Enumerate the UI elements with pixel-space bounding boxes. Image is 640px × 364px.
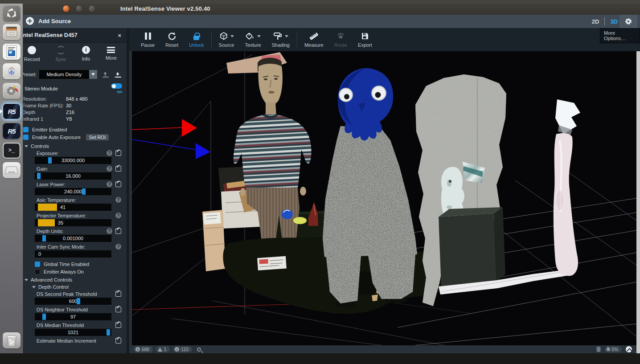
window-minimize-button[interactable] <box>75 5 83 12</box>
slider-handle[interactable] <box>82 188 86 195</box>
tab-2d[interactable]: 2D <box>592 18 599 25</box>
depth-control-header[interactable]: Depth Control <box>16 283 127 290</box>
source-button[interactable]: Source <box>213 32 240 48</box>
edit-icon[interactable] <box>115 291 121 297</box>
trash-icon[interactable] <box>3 332 21 348</box>
ubuntu-dash-icon[interactable] <box>3 5 21 21</box>
help-icon[interactable]: ? <box>107 228 112 234</box>
system-settings-icon[interactable] <box>3 83 21 99</box>
search-icon[interactable] <box>197 348 201 352</box>
3d-pointcloud-scene <box>132 51 636 345</box>
control-label: Inter Cam Sync Mode: <box>37 244 85 249</box>
checkbox-checked-icon[interactable] <box>35 262 40 267</box>
sync-button[interactable]: Sync <box>55 46 66 67</box>
preset-dropdown[interactable]: Medium Density <box>39 70 97 79</box>
pause-button[interactable]: Pause <box>135 32 160 48</box>
gain-slider[interactable]: 16.000 <box>35 172 111 180</box>
edit-icon[interactable] <box>115 166 121 172</box>
preset-caret[interactable] <box>89 70 97 79</box>
control-label: Laser Power: <box>37 182 66 187</box>
info-button[interactable]: i Info <box>82 46 90 67</box>
libreoffice-icon[interactable] <box>3 44 21 60</box>
laser-power-slider[interactable]: 240.000 <box>35 188 111 195</box>
emitter-always-on-row[interactable]: Emitter Always On <box>35 268 127 275</box>
window-close-button[interactable] <box>62 5 70 12</box>
ds-second-peak-slider[interactable]: 600 <box>35 298 111 305</box>
slider-handle[interactable] <box>42 314 46 320</box>
shading-button[interactable]: Shading <box>267 32 295 48</box>
more-button[interactable]: More <box>106 46 117 67</box>
checkbox-checked-icon[interactable] <box>23 135 29 140</box>
control-label: Projector Temperature: <box>37 213 86 218</box>
help-icon[interactable]: ? <box>107 150 112 156</box>
advanced-controls-header[interactable]: Advanced Controls <box>16 276 127 283</box>
ubuntu-software-icon[interactable] <box>3 63 21 79</box>
realsense-viewer-icon[interactable]: R5 <box>3 103 21 119</box>
global-time-row[interactable]: Global Time Enabled <box>35 260 127 268</box>
window-maximize-button[interactable] <box>88 5 96 12</box>
upload-preset-icon[interactable] <box>103 72 109 78</box>
humidity-badge: 5% <box>605 346 622 352</box>
reset-button[interactable]: Reset <box>160 32 184 48</box>
window-titlebar[interactable]: Intel RealSense Viewer v2.50.40 <box>0 4 640 15</box>
ds-neighbor-slider[interactable]: 97 <box>35 313 111 320</box>
more-options-button[interactable] <box>619 15 637 28</box>
auto-exposure-row[interactable]: Enable Auto Exposure Set ROI <box>23 133 127 141</box>
window-title: Intel RealSense Viewer v2.50.40 <box>120 5 210 12</box>
3d-viewport[interactable] <box>132 51 636 345</box>
slider-handle[interactable] <box>77 298 80 304</box>
device-close-button[interactable]: × <box>118 32 121 39</box>
help-icon[interactable]: ? <box>115 213 121 218</box>
errors-badge[interactable]: × 688 <box>134 346 153 352</box>
record-button[interactable]: Record <box>24 46 40 67</box>
set-roi-button[interactable]: Set ROI <box>86 134 109 140</box>
device-actions: Record Sync i Info More <box>16 43 127 67</box>
stereo-module-row[interactable]: Stereo Module on <box>16 82 127 95</box>
terminal-icon[interactable]: >_ <box>3 143 21 159</box>
help-icon[interactable]: ? <box>115 244 121 249</box>
messages-badge[interactable]: i 123 <box>173 346 192 352</box>
device-panel-header[interactable]: Intel RealSense D457 × <box>16 28 127 43</box>
exposure-slider[interactable]: 33000.000 <box>35 157 111 164</box>
checkbox-checked-icon[interactable] <box>23 127 29 132</box>
tab-3d[interactable]: 3D <box>610 18 618 25</box>
download-preset-icon[interactable] <box>115 72 121 78</box>
slider-handle[interactable] <box>42 235 46 241</box>
slider-handle[interactable] <box>48 157 52 164</box>
edit-icon[interactable] <box>115 307 121 312</box>
measure-button[interactable]: Measure <box>299 32 329 48</box>
route-button[interactable]: Route <box>329 32 353 48</box>
slider-handle[interactable] <box>37 173 41 179</box>
app-header-bar: Add Source 2D 3D <box>16 15 640 28</box>
inter-cam-sync-input[interactable]: 0 <box>35 250 111 258</box>
slider-handle[interactable] <box>107 329 110 335</box>
collapse-statusbar-button[interactable] <box>626 346 632 352</box>
help-icon[interactable]: ? <box>107 166 112 172</box>
ds-median-slider[interactable]: 1021 <box>35 329 111 336</box>
depth-units-slider[interactable]: 0.001000 <box>35 235 111 242</box>
controls-section-header[interactable]: Controls <box>16 143 127 150</box>
edit-icon[interactable] <box>115 150 121 156</box>
edit-icon[interactable] <box>115 228 121 234</box>
export-button[interactable]: Export <box>353 32 377 48</box>
estimate-median-control: Estimate Median Increment <box>16 337 127 344</box>
module-on-toggle[interactable] <box>111 83 122 89</box>
emitter-enabled-row[interactable]: Emitter Enabled <box>23 126 127 133</box>
exposure-control: Exposure: ? 33000.000 <box>16 150 127 164</box>
unlock-button[interactable]: Unlock <box>184 32 209 48</box>
file-manager-icon[interactable] <box>3 24 21 40</box>
warnings-badge[interactable]: 1 <box>156 346 170 352</box>
toolbar-divider <box>211 32 212 47</box>
toolbar-divider <box>297 32 297 47</box>
edit-icon[interactable] <box>115 181 121 187</box>
running-app-indicator <box>0 109 3 114</box>
realsense-tool-icon[interactable]: R5 <box>3 123 21 139</box>
disk-utility-icon[interactable] <box>3 162 21 178</box>
texture-button[interactable]: Texture <box>239 32 266 48</box>
help-icon[interactable]: ? <box>115 197 121 203</box>
help-icon[interactable]: ? <box>107 181 112 187</box>
checkbox-unchecked-icon[interactable] <box>35 269 40 274</box>
edit-icon[interactable] <box>115 322 121 328</box>
edit-icon[interactable] <box>115 338 121 344</box>
add-source-button[interactable]: Add Source <box>26 17 71 25</box>
